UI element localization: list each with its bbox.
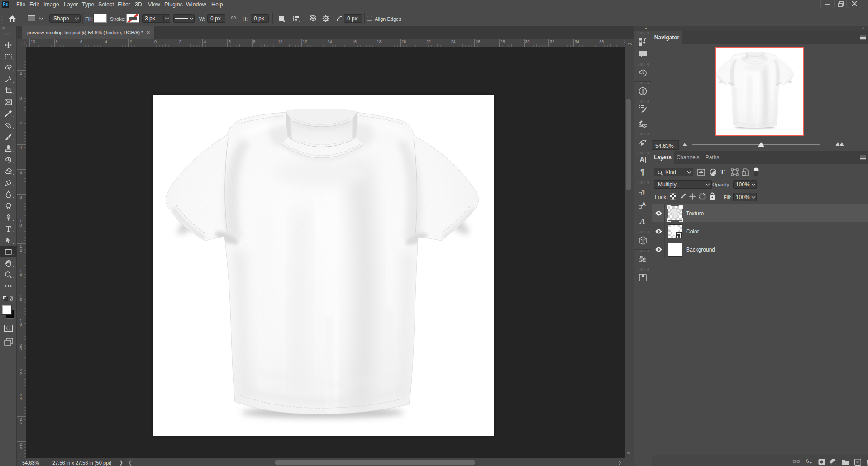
svg-text:¶: ¶ <box>642 188 645 195</box>
svg-text:¶: ¶ <box>640 168 644 176</box>
svg-text:A: A <box>642 201 646 208</box>
svg-text:A: A <box>639 217 645 226</box>
svg-text:A: A <box>639 156 645 164</box>
